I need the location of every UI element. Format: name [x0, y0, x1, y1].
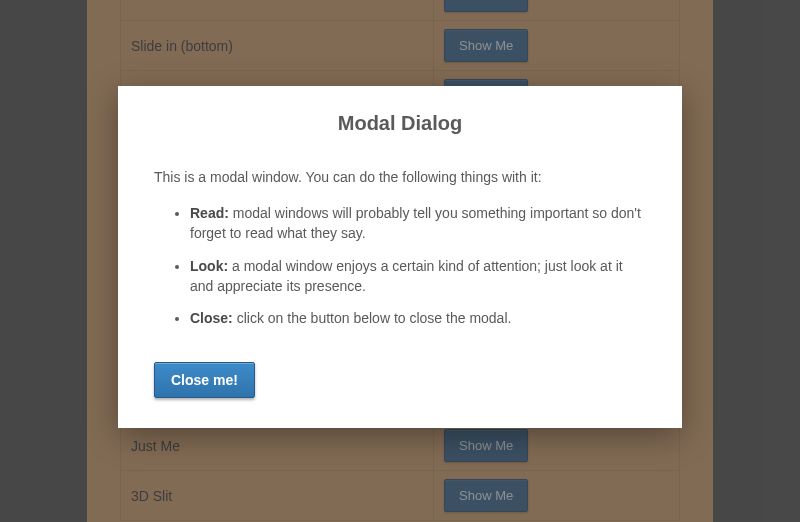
modal-item-text: modal windows will probably tell you som… — [190, 205, 641, 241]
modal-list-item: Look: a modal window enjoys a certain ki… — [190, 256, 646, 297]
modal-dialog: Modal Dialog This is a modal window. You… — [118, 86, 682, 428]
modal-item-label: Look: — [190, 258, 228, 274]
modal-list-item: Read: modal windows will probably tell y… — [190, 203, 646, 244]
modal-list-item: Close: click on the button below to clos… — [190, 308, 646, 328]
modal-title: Modal Dialog — [154, 112, 646, 135]
modal-item-text: click on the button below to close the m… — [233, 310, 512, 326]
close-button[interactable]: Close me! — [154, 362, 255, 398]
modal-item-label: Close: — [190, 310, 233, 326]
modal-item-text: a modal window enjoys a certain kind of … — [190, 258, 623, 294]
modal-intro: This is a modal window. You can do the f… — [154, 169, 646, 185]
modal-list: Read: modal windows will probably tell y… — [154, 203, 646, 328]
modal-item-label: Read: — [190, 205, 229, 221]
